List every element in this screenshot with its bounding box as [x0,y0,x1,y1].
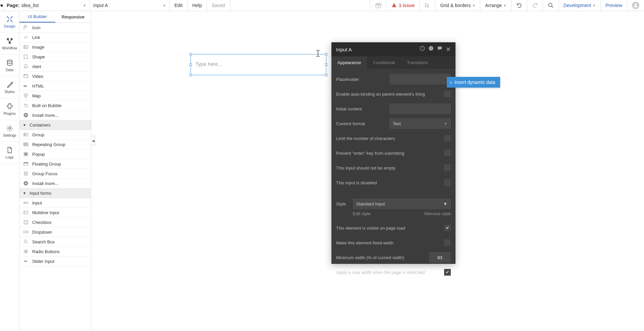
svg-rect-9 [10,38,12,40]
section-inputs[interactable]: ▼ Input forms [19,188,91,198]
canvas[interactable]: ◀ Type here... Input A ? i ✕ Appear [91,11,644,331]
close-icon[interactable]: ✕ [446,46,451,53]
selected-element-input-a[interactable]: Type here... [191,54,326,75]
pointer-icon[interactable] [419,0,435,11]
development-menu[interactable]: Development ▼ [558,0,600,11]
palette-item-checkbox[interactable]: Checkbox [19,218,91,227]
resize-handle-ne[interactable] [325,53,327,55]
palette-item-built-on-bubble[interactable]: Built on Bubble [19,101,91,110]
radio-icon [23,248,29,254]
not-empty-checkbox[interactable] [444,164,451,171]
triangle-down-icon: ▼ [23,123,26,127]
rail-design[interactable]: Design [0,11,19,33]
disabled-checkbox[interactable] [444,179,451,186]
palette-item-html[interactable]: </>HTML [19,81,91,91]
info-icon[interactable]: i [428,46,434,53]
svg-rect-28 [24,145,28,146]
preview-button[interactable]: Preview [600,0,627,11]
palette-item-slider-input[interactable]: Slider Input [19,256,91,266]
resize-handle-se[interactable] [325,74,327,76]
tab-responsive[interactable]: Responsive [55,11,91,22]
rail-plugins[interactable]: Plugins [0,98,19,120]
alert-icon [23,63,29,69]
min-width-input[interactable] [429,252,451,263]
page-selector[interactable]: Page: idea_list ▼ [3,0,90,11]
resize-handle-sw[interactable] [190,74,192,76]
palette-item-map[interactable]: Map [19,91,91,101]
max-width-label: Apply a max width when the page is stret… [336,270,444,275]
edit-menu[interactable]: Edit [170,0,187,11]
tab-ui-builder[interactable]: UI Builder [19,11,55,22]
remove-style-link[interactable]: Remove style [424,211,451,216]
arrange-menu[interactable]: Arrange ▼ [480,0,511,11]
comment-icon[interactable] [437,46,442,53]
palette-item-install-more[interactable]: Install more... [19,179,91,188]
palette-item-link[interactable]: Link [19,33,91,42]
palette-item-dropdown[interactable]: Dropdown [19,227,91,237]
resize-handle-e[interactable] [325,63,327,66]
search-button[interactable] [543,0,558,11]
content-format-select[interactable]: Text ▼ [389,118,451,129]
placeholder-input[interactable] [389,74,451,85]
palette-item-label: Repeating Group [32,142,65,147]
initial-content-input[interactable] [389,103,451,114]
section-containers[interactable]: ▼ Containers [19,120,91,130]
gift-icon[interactable] [370,0,386,11]
palette-item-label: Popup [32,152,45,157]
palette-item-repeating-group[interactable]: Repeating Group [19,140,91,149]
rail-logs[interactable]: Logs [0,142,19,164]
initial-content-label: Initial content [336,106,389,111]
bubble-logo-icon[interactable] [0,0,3,11]
grid-borders-menu[interactable]: Grid & borders ▼ [435,0,480,11]
element-selector[interactable]: Input A ▼ [90,0,170,11]
limit-chars-checkbox[interactable] [444,135,451,142]
palette-item-popup[interactable]: Popup [19,149,91,159]
image-icon [23,44,29,50]
palette-item-install-more[interactable]: Install more... [19,110,91,120]
bubble-icon [23,102,29,108]
svg-rect-26 [24,143,28,144]
autobind-checkbox[interactable] [444,91,451,97]
undo-button[interactable] [511,0,527,11]
palette-item-alert[interactable]: Alert [19,62,91,72]
chevron-down-icon: ▼ [443,201,447,206]
palette-item-icon[interactable]: Icon [19,23,91,33]
svg-rect-32 [24,162,28,163]
rail-workflow[interactable]: Workflow [0,33,19,55]
tab-transitions[interactable]: Transitions [401,56,434,69]
rail-settings[interactable]: Settings [0,120,19,142]
resize-handle-w[interactable] [190,63,192,66]
palette-item-shape[interactable]: Shape [19,52,91,62]
palette-item-multiline-input[interactable]: Multiline Input [19,208,91,218]
property-header[interactable]: Input A ? i ✕ [331,42,455,56]
collapse-palette-button[interactable]: ◀ [91,136,95,145]
resize-handle-nw[interactable] [190,53,192,55]
prevent-enter-checkbox[interactable] [444,150,451,156]
palette-item-label: Video [32,74,43,79]
rail-data[interactable]: Data [0,55,19,77]
palette-item-radio-buttons[interactable]: Radio Buttons [19,247,91,256]
palette-item-image[interactable]: Image [19,42,91,52]
insert-dynamic-data-button[interactable]: › Insert dynamic data [447,77,500,88]
issues-button[interactable]: 1 issue [386,0,419,11]
help-icon[interactable]: ? [420,46,425,53]
redo-button[interactable] [527,0,543,11]
palette-item-group[interactable]: Group [19,130,91,140]
edit-style-link[interactable]: Edit style [353,211,371,216]
palette-item-input[interactable]: Input [19,198,91,208]
tab-appearance[interactable]: Appearance [331,56,367,69]
tab-conditional[interactable]: Conditional [367,56,401,69]
user-avatar[interactable] [627,0,644,11]
max-width-checkbox[interactable] [444,269,451,276]
property-title: Input A [336,47,420,52]
rail-styles[interactable]: Styles [0,77,19,98]
visible-checkbox[interactable] [444,225,451,231]
palette-item-label: Image [32,45,44,50]
palette-item-group-focus[interactable]: Group Focus [19,169,91,179]
palette-item-search-box[interactable]: Search Box [19,237,91,247]
style-select[interactable]: Standard Input ▼ [353,198,451,209]
palette-item-floating-group[interactable]: Floating Group [19,159,91,169]
help-menu[interactable]: Help [187,0,207,11]
fixed-width-checkbox[interactable] [444,239,451,246]
palette-item-video[interactable]: Video [19,72,91,81]
